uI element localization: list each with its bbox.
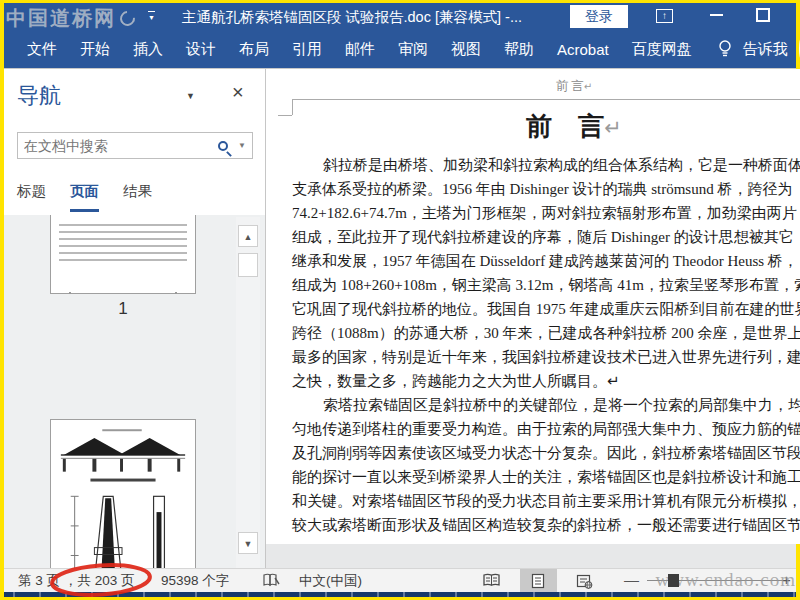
document-heading: 前 言↵: [274, 109, 800, 144]
tab-home[interactable]: 开始: [73, 36, 117, 63]
lightbulb-icon: [718, 39, 732, 59]
quick-access-toolbar-caret-icon[interactable]: ▼: [148, 11, 155, 22]
page-header-text: 前 言↵: [274, 78, 800, 95]
zoom-slider-thumb[interactable]: [668, 574, 679, 587]
tab-review[interactable]: 审阅: [391, 36, 435, 63]
body-line: 它巩固了现代斜拉桥的地位。我国自 1975 年建成重庆云阳桥到目前在建的世界: [292, 297, 800, 321]
web-layout-icon[interactable]: [576, 573, 593, 589]
body-line: 组成为 108+260+108m，钢主梁高 3.12m，钢塔高 41m，拉索呈竖…: [292, 273, 800, 297]
navigation-tabs: 标题 页面 结果: [17, 182, 152, 212]
navigation-pane-menu-caret-icon[interactable]: ▼: [186, 91, 195, 101]
body-line: 索塔拉索锚固区是斜拉桥中的关键部位，是将一个拉索的局部集中力，均: [292, 393, 800, 417]
watermark-logo-icon: [117, 8, 138, 29]
body-line: 之快，数量之多，跨越能力之大为世人所瞩目。↵: [292, 369, 800, 393]
tab-view[interactable]: 视图: [444, 36, 488, 63]
tab-insert[interactable]: 插入: [126, 36, 170, 63]
watermark-topleft: 中国道桥网: [6, 5, 135, 32]
nav-tab-pages[interactable]: 页面: [70, 182, 99, 212]
body-line: 组成，至此拉开了现代斜拉桥建设的序幕，随后 Dishinger 的设计思想被其它: [292, 225, 800, 249]
print-layout-icon[interactable]: [530, 573, 546, 589]
body-line: 最多的国家，特别是近十年来，我国斜拉桥建设技术已进入世界先进行列，建桥: [292, 345, 800, 369]
search-options-caret-icon[interactable]: ▼: [238, 141, 246, 150]
navigation-pane-title: 导航: [17, 81, 61, 111]
sign-in-button[interactable]: 登录: [570, 5, 628, 28]
body-line: 跨径（1088m）的苏通大桥，30 年来，已建成各种斜拉桥 200 余座，是世界…: [292, 321, 800, 345]
paragraph-mark: ↵: [584, 81, 592, 92]
thumbnail-footnote-marks: [69, 292, 177, 294]
scroll-down-icon[interactable]: ▼: [238, 532, 258, 554]
main-area: 导航 ▼ × ▼ 标题 页面 结果: [4, 69, 796, 568]
read-mode-icon[interactable]: [482, 573, 501, 588]
ribbon-display-options-icon[interactable]: ↑: [656, 9, 673, 23]
screenshot-frame: 中国道桥网 ▼ 主通航孔桥索塔锚固区段 试验报告.doc [兼容模式] -...…: [0, 0, 800, 600]
navigation-pane-close-icon[interactable]: ×: [232, 81, 244, 104]
paragraph-mark: ↵: [604, 116, 621, 139]
tab-mailings[interactable]: 邮件: [338, 36, 382, 63]
body-line: 和关键。对索塔锚固区节段的受力状态目前主要采用计算机有限元分析模拟，: [292, 489, 800, 513]
tab-baidu-netdisk[interactable]: 百度网盘: [625, 36, 699, 63]
document-area[interactable]: 前 言↵ 前 言↵ 斜拉桥是由桥塔、加劲梁和斜拉索构成的组合体系结构，它是一种桥…: [266, 69, 796, 568]
body-line: 斜拉桥是由桥塔、加劲梁和斜拉索构成的组合体系结构，它是一种桥面体系: [292, 153, 800, 177]
word-window: 中国道桥网 ▼ 主通航孔桥索塔锚固区段 试验报告.doc [兼容模式] -...…: [4, 3, 796, 597]
tab-help[interactable]: 帮助: [497, 36, 541, 63]
document-page[interactable]: 前 言↵ 前 言↵ 斜拉桥是由桥塔、加劲梁和斜拉索构成的组合体系结构，它是一种桥…: [266, 69, 800, 544]
page-indicator[interactable]: 第 3 页: [18, 572, 60, 590]
tell-me-label[interactable]: 告诉我: [741, 36, 790, 63]
page-thumbnail-2[interactable]: [50, 419, 196, 568]
tab-acrobat[interactable]: Acrobat: [550, 37, 616, 62]
body-line: 继承和发展，1957 年德国在 Düsseldorf 建成跨越莱茵河的 Theo…: [292, 249, 800, 273]
page-thumbnail-list: 1: [4, 215, 265, 568]
navigation-pane: 导航 ▼ × ▼ 标题 页面 结果: [4, 69, 266, 568]
body-line: 及孔洞削弱等因素使该区域受力状态十分复杂。因此，斜拉桥索塔锚固区节段: [292, 441, 800, 465]
zoom-out-button[interactable]: —: [624, 571, 639, 588]
tab-file[interactable]: 文件: [20, 36, 64, 63]
ribbon-tab-bar: 文件 开始 插入 设计 布局 引用 邮件 审阅 视图 帮助 Acrobat 百度…: [4, 30, 796, 69]
minimize-button[interactable]: [710, 14, 723, 16]
title-bar: 中国道桥网 ▼ 主通航孔桥索塔锚固区段 试验报告.doc [兼容模式] -...…: [4, 3, 796, 30]
thumbnail-text-preview: [59, 224, 187, 266]
zoom-in-button[interactable]: +: [782, 571, 791, 588]
thumbnail-scrollbar[interactable]: ▲ ▼: [236, 217, 260, 568]
thumbnail-page-number: 1: [50, 299, 196, 319]
scrollbar-thumb[interactable]: [238, 253, 258, 277]
word-count[interactable]: 95398 个字: [161, 572, 229, 590]
search-input[interactable]: [18, 138, 218, 154]
document-search-box[interactable]: ▼: [17, 132, 253, 159]
document-title: 主通航孔桥索塔锚固区段 试验报告.doc [兼容模式] -...: [182, 8, 522, 27]
cutoff-window-strip: [4, 592, 796, 597]
body-line: 74.2+182.6+74.7m，主塔为门形框架，两对斜拉索辐射形布置，加劲梁由…: [292, 201, 800, 225]
page-total-indicator[interactable]: ，共 203 页: [64, 572, 135, 590]
search-icon[interactable]: [218, 141, 228, 151]
body-line: 支承体系受拉的桥梁。1956 年由 Dishinger 设计的瑞典 ströms…: [292, 177, 800, 201]
language-indicator[interactable]: 中文(中国): [299, 572, 362, 590]
nav-tab-headings[interactable]: 标题: [17, 182, 46, 212]
header-boundary-line: [292, 99, 800, 100]
nav-tab-results[interactable]: 结果: [123, 182, 152, 212]
body-line: 匀地传递到塔柱的重要受力构造。由于拉索的局部强大集中力、预应力筋的锚固: [292, 417, 800, 441]
page-thumbnail-1[interactable]: [50, 215, 196, 294]
bridge-figure-preview: [51, 420, 195, 568]
body-line: 较大或索塔断面形状及锚固区构造较复杂的斜拉桥，一般还需要进行锚固区节: [292, 513, 800, 537]
proofing-status-icon[interactable]: [262, 573, 280, 588]
watermark-topleft-text: 中国道桥网: [6, 5, 116, 32]
tab-references[interactable]: 引用: [285, 36, 329, 63]
status-bar: 第 3 页 ，共 203 页 95398 个字 中文(中国): [4, 568, 796, 592]
maximize-button[interactable]: [756, 8, 770, 22]
body-line: 能的探讨一直以来受到桥梁界人士的关注，索塔锚固区也是斜拉桥设计和施工: [292, 465, 800, 489]
tab-design[interactable]: 设计: [179, 36, 223, 63]
tab-layout[interactable]: 布局: [232, 36, 276, 63]
scroll-up-icon[interactable]: ▲: [238, 225, 258, 247]
document-body[interactable]: 斜拉桥是由桥塔、加劲梁和斜拉索构成的组合体系结构，它是一种桥面体系 支承体系受拉…: [292, 153, 800, 537]
